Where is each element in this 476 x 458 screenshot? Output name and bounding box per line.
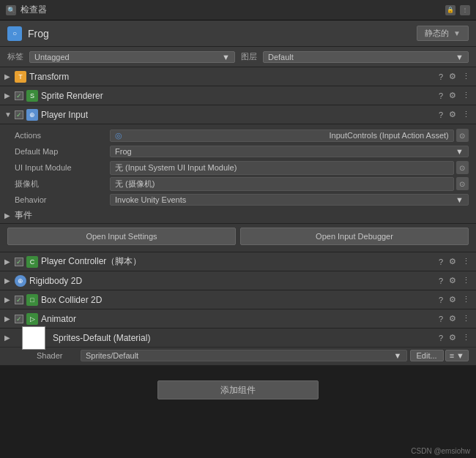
shader-value-dropdown[interactable]: Sprites/Default ▼ [81, 350, 407, 361]
actions-target-btn[interactable]: ⊙ [456, 129, 469, 142]
player-input-checkbox[interactable]: ✓ [15, 110, 23, 119]
animator-component-header[interactable]: ▶ ✓ ▷ Animator ? ⚙ ⋮ [0, 309, 476, 329]
animator-checkbox[interactable]: ✓ [15, 315, 23, 323]
player-input-expand-arrow: ▼ [4, 110, 12, 119]
camera-label: 摄像机 [15, 179, 110, 189]
object-name[interactable]: Frog [28, 28, 417, 40]
transform-menu-btn[interactable]: ⋮ [461, 71, 472, 82]
rigidbody2d-help-btn[interactable]: ? [437, 276, 445, 286]
camera-text: 无 (摄像机) [115, 179, 155, 189]
material-header[interactable]: ▶ Sprites-Default (Material) ? ⚙ ⋮ [0, 329, 476, 348]
tag-label: 标签 [7, 51, 23, 62]
player-controller-expand-arrow: ▶ [4, 258, 12, 266]
layer-dropdown-arrow: ▼ [455, 53, 464, 61]
behavior-value-box[interactable]: Invoke Unity Events ▼ [110, 194, 469, 206]
object-name-bar: ○ Frog 静态的 ▼ [0, 20, 476, 47]
player-input-body: Actions ◎ InputControls (Input Action As… [0, 124, 476, 252]
player-controller-help-btn[interactable]: ? [437, 257, 445, 267]
ui-input-module-target-btn[interactable]: ⊙ [456, 161, 469, 174]
static-button[interactable]: 静态的 ▼ [417, 26, 469, 41]
rigidbody2d-component-header[interactable]: ▶ ⊕ Rigidbody 2D ? ⚙ ⋮ [0, 271, 476, 290]
ui-input-module-value: 无 (Input System UI Input Module) ⊙ [110, 161, 469, 175]
default-map-arrow: ▼ [455, 147, 464, 156]
default-map-label: Default Map [15, 147, 110, 156]
shader-dropdown-arrow: ▼ [394, 351, 402, 360]
shader-label: Shader [37, 351, 81, 360]
player-controller-component-header[interactable]: ▶ ✓ C Player Controller（脚本） ? ⚙ ⋮ [0, 252, 476, 271]
object-icon: ○ [7, 26, 22, 41]
box-collider2d-title: Box Collider 2D [41, 295, 437, 305]
animator-title: Animator [41, 314, 437, 324]
transform-component-header[interactable]: ▶ T Transform ? ⚙ ⋮ [0, 67, 476, 86]
open-input-debugger-btn[interactable]: Open Input Debugger [240, 228, 469, 245]
shader-menu-btn[interactable]: ≡ ▼ [445, 350, 469, 361]
player-input-settings-btn[interactable]: ⚙ [447, 109, 458, 120]
sprite-renderer-menu-btn[interactable]: ⋮ [461, 90, 472, 101]
box-collider2d-icon: □ [26, 294, 38, 306]
transform-icon: T [15, 71, 26, 83]
box-collider2d-component-header[interactable]: ▶ ✓ □ Box Collider 2D ? ⚙ ⋮ [0, 290, 476, 309]
add-component-section: 添加组件 [0, 366, 476, 414]
player-input-icon: ⊕ [26, 109, 38, 121]
box-collider2d-menu-btn[interactable]: ⋮ [461, 294, 472, 305]
ui-input-module-field-row: UI Input Module 无 (Input System UI Input… [0, 159, 476, 176]
animator-icon: ▷ [26, 313, 38, 325]
input-button-row: Open Input Settings Open Input Debugger [0, 224, 476, 249]
behavior-field-row: Behavior Invoke Unity Events ▼ [0, 192, 476, 208]
event-row[interactable]: ▶ 事件 [0, 208, 476, 224]
sprite-renderer-checkbox[interactable]: ✓ [15, 91, 23, 100]
transform-help-btn[interactable]: ? [437, 72, 445, 82]
transform-settings-btn[interactable]: ⚙ [447, 71, 458, 82]
player-controller-settings-btn[interactable]: ⚙ [447, 256, 458, 267]
material-title: Sprites-Default (Material) [53, 333, 437, 343]
behavior-value: Invoke Unity Events ▼ [110, 194, 469, 206]
inspector-icon: 🔍 [6, 5, 16, 15]
material-settings-btn[interactable]: ⚙ [447, 332, 458, 343]
player-input-menu-btn[interactable]: ⋮ [461, 109, 472, 120]
sprite-renderer-settings-btn[interactable]: ⚙ [447, 90, 458, 101]
animator-menu-btn[interactable]: ⋮ [461, 313, 472, 324]
camera-target-btn[interactable]: ⊙ [456, 177, 469, 190]
actions-value-box[interactable]: ◎ InputControls (Input Action Asset) [110, 129, 454, 142]
menu-button[interactable]: ⋮ [460, 5, 470, 15]
behavior-label: Behavior [15, 195, 110, 204]
actions-field-row: Actions ◎ InputControls (Input Action As… [0, 127, 476, 143]
camera-field-row: 摄像机 无 (摄像机) ⊙ [0, 176, 476, 192]
tag-dropdown-arrow: ▼ [222, 53, 230, 61]
box-collider2d-checkbox[interactable]: ✓ [15, 296, 23, 304]
material-menu-btn[interactable]: ⋮ [461, 332, 472, 343]
material-preview-icon [22, 326, 45, 350]
title-text: 检查器 [21, 4, 47, 16]
player-controller-checkbox[interactable]: ✓ [15, 258, 23, 266]
add-component-btn[interactable]: 添加组件 [157, 380, 319, 399]
tag-layer-bar: 标签 Untagged ▼ 图层 Default ▼ [0, 47, 476, 67]
shader-value-text: Sprites/Default [86, 351, 138, 360]
camera-value-box[interactable]: 无 (摄像机) [110, 177, 454, 191]
player-controller-menu-btn[interactable]: ⋮ [461, 256, 472, 267]
open-input-settings-btn[interactable]: Open Input Settings [7, 228, 236, 245]
player-input-component-header[interactable]: ▼ ✓ ⊕ Player Input ? ⚙ ⋮ [0, 105, 476, 124]
ui-input-module-text: 无 (Input System UI Input Module) [115, 162, 237, 173]
default-map-value-box[interactable]: Frog ▼ [110, 146, 469, 157]
lock-button[interactable]: 🔒 [445, 5, 455, 15]
ui-input-module-value-box[interactable]: 无 (Input System UI Input Module) [110, 161, 454, 175]
material-help-btn[interactable]: ? [437, 333, 445, 343]
sprite-renderer-expand-arrow: ▶ [4, 91, 12, 100]
tag-dropdown[interactable]: Untagged ▼ [29, 51, 235, 63]
sprite-renderer-component-header[interactable]: ▶ ✓ S Sprite Renderer ? ⚙ ⋮ [0, 86, 476, 105]
rigidbody2d-settings-btn[interactable]: ⚙ [447, 275, 458, 286]
animator-help-btn[interactable]: ? [437, 314, 445, 324]
box-collider2d-help-btn[interactable]: ? [437, 295, 445, 305]
rigidbody2d-menu-btn[interactable]: ⋮ [461, 275, 472, 286]
sprite-renderer-help-btn[interactable]: ? [437, 91, 445, 101]
shader-row: Shader Sprites/Default ▼ Edit... ≡ ▼ [0, 348, 476, 365]
box-collider2d-settings-btn[interactable]: ⚙ [447, 294, 458, 305]
shader-edit-btn[interactable]: Edit... [410, 350, 444, 361]
static-dropdown-arrow: ▼ [453, 29, 461, 37]
player-input-title: Player Input [41, 110, 437, 120]
sprite-renderer-icon: S [26, 90, 38, 102]
animator-settings-btn[interactable]: ⚙ [447, 313, 458, 324]
layer-dropdown[interactable]: Default ▼ [263, 51, 469, 63]
material-expand-arrow: ▶ [4, 334, 12, 342]
player-input-help-btn[interactable]: ? [437, 110, 445, 120]
